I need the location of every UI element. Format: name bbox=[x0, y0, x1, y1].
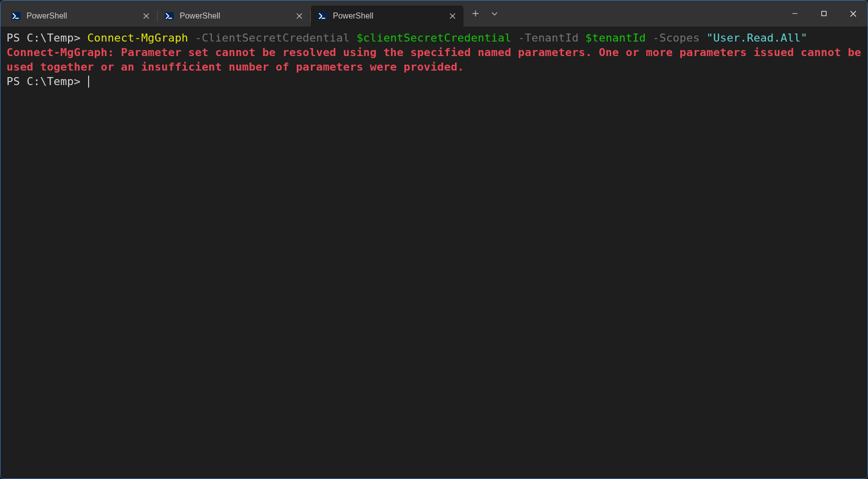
string-literal: "User.Read.All" bbox=[706, 32, 807, 44]
error-message: Connect-MgGraph: Parameter set cannot be… bbox=[7, 46, 867, 73]
param-name: -ClientSecretCredential bbox=[195, 32, 356, 44]
prompt: PS C:\Temp> bbox=[7, 32, 87, 44]
close-icon bbox=[850, 11, 856, 17]
tab-close-button[interactable] bbox=[140, 10, 152, 22]
tab-label: PowerShell bbox=[333, 12, 447, 21]
close-icon bbox=[450, 13, 456, 19]
tab-label: PowerShell bbox=[27, 12, 140, 21]
variable: $tenantId bbox=[585, 32, 652, 44]
terminal-body[interactable]: PS C:\Temp> Connect-MgGraph -ClientSecre… bbox=[1, 27, 867, 478]
cmdlet-name: Connect-MgGraph bbox=[87, 32, 195, 44]
param-name: -Scopes bbox=[653, 32, 707, 44]
close-icon bbox=[143, 13, 149, 19]
tab-powershell-3[interactable]: PowerShell bbox=[311, 6, 464, 27]
minimize-icon bbox=[792, 11, 798, 17]
window-controls bbox=[780, 1, 867, 27]
tab-close-button[interactable] bbox=[447, 10, 459, 22]
tab-close-button[interactable] bbox=[293, 10, 305, 22]
maximize-icon bbox=[821, 11, 827, 17]
powershell-icon bbox=[165, 12, 174, 21]
new-tab-button[interactable] bbox=[467, 5, 485, 23]
terminal-window: PowerShell PowerShell bbox=[0, 0, 868, 479]
cursor bbox=[88, 76, 89, 88]
tab-strip: PowerShell PowerShell bbox=[1, 1, 464, 27]
variable: $clientSecretCredential bbox=[356, 32, 518, 44]
chevron-down-icon bbox=[491, 10, 498, 17]
powershell-icon bbox=[318, 12, 327, 21]
plus-icon bbox=[472, 10, 479, 17]
minimize-button[interactable] bbox=[780, 1, 809, 27]
tab-powershell-1[interactable]: PowerShell bbox=[5, 6, 157, 27]
maximize-button[interactable] bbox=[809, 1, 838, 27]
close-icon bbox=[296, 13, 302, 19]
svg-rect-7 bbox=[822, 12, 826, 16]
powershell-icon bbox=[12, 12, 21, 21]
titlebar-drag-area[interactable] bbox=[504, 1, 780, 27]
tab-powershell-2[interactable]: PowerShell bbox=[158, 6, 310, 27]
tab-label: PowerShell bbox=[180, 12, 293, 21]
prompt: PS C:\Temp> bbox=[7, 75, 87, 88]
param-name: -TenantId bbox=[518, 32, 585, 44]
tab-dropdown-button[interactable] bbox=[486, 5, 504, 23]
close-window-button[interactable] bbox=[838, 1, 867, 27]
titlebar: PowerShell PowerShell bbox=[1, 1, 867, 27]
tab-actions bbox=[464, 1, 504, 27]
